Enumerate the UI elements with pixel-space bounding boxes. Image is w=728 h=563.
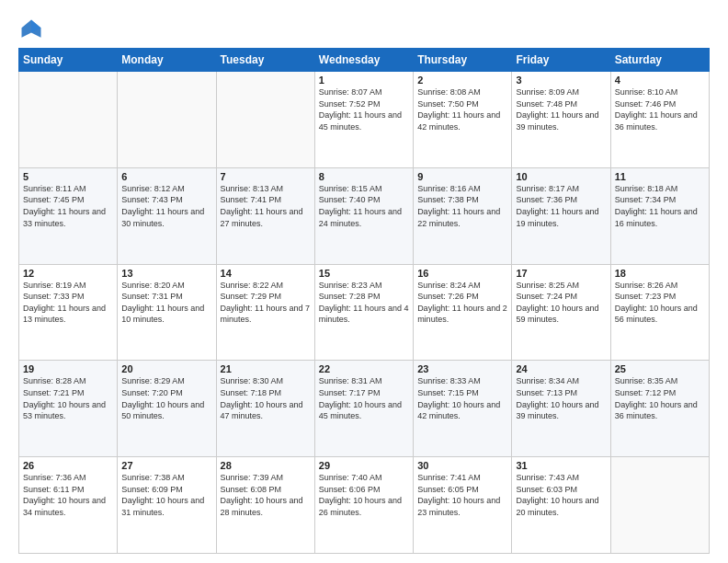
day-number: 14	[221, 268, 311, 279]
calendar-cell: 7Sunrise: 8:13 AMSunset: 7:41 PMDaylight…	[216, 167, 314, 264]
day-number: 23	[417, 363, 507, 374]
weekday-header-wednesday: Wednesday	[314, 49, 413, 72]
calendar-cell: 20Sunrise: 8:29 AMSunset: 7:20 PMDayligh…	[118, 361, 216, 457]
calendar-cell: 4Sunrise: 8:10 AMSunset: 7:46 PMDaylight…	[610, 72, 709, 168]
calendar-cell: 26Sunrise: 7:36 AMSunset: 6:11 PMDayligh…	[19, 457, 118, 554]
calendar-cell: 31Sunrise: 7:43 AMSunset: 6:03 PMDayligh…	[512, 457, 610, 554]
day-info: Sunrise: 7:40 AMSunset: 6:06 PMDaylight:…	[319, 472, 409, 518]
weekday-header-friday: Friday	[512, 49, 610, 72]
calendar-cell: 9Sunrise: 8:16 AMSunset: 7:38 PMDaylight…	[414, 167, 512, 264]
calendar-cell	[216, 72, 314, 168]
day-number: 25	[615, 363, 705, 374]
weekday-header-sunday: Sunday	[19, 49, 118, 72]
day-info: Sunrise: 8:12 AMSunset: 7:43 PMDaylight:…	[121, 183, 211, 229]
calendar-cell	[19, 72, 118, 168]
day-number: 6	[121, 171, 211, 182]
logo	[18, 17, 48, 42]
calendar-cell: 19Sunrise: 8:28 AMSunset: 7:21 PMDayligh…	[19, 361, 118, 457]
day-info: Sunrise: 7:36 AMSunset: 6:11 PMDaylight:…	[23, 472, 113, 518]
calendar-cell: 6Sunrise: 8:12 AMSunset: 7:43 PMDaylight…	[118, 167, 216, 264]
day-info: Sunrise: 8:09 AMSunset: 7:48 PMDaylight:…	[516, 86, 606, 132]
calendar-cell: 1Sunrise: 8:07 AMSunset: 7:52 PMDaylight…	[314, 72, 413, 168]
calendar-cell: 5Sunrise: 8:11 AMSunset: 7:45 PMDaylight…	[19, 167, 118, 264]
day-info: Sunrise: 7:43 AMSunset: 6:03 PMDaylight:…	[516, 472, 606, 518]
weekday-header-row: SundayMondayTuesdayWednesdayThursdayFrid…	[19, 49, 710, 72]
day-info: Sunrise: 8:07 AMSunset: 7:52 PMDaylight:…	[319, 86, 409, 132]
day-number: 28	[221, 460, 311, 471]
day-number: 29	[319, 460, 409, 471]
calendar-cell: 3Sunrise: 8:09 AMSunset: 7:48 PMDaylight…	[512, 72, 610, 168]
day-number: 1	[319, 75, 409, 86]
calendar-cell: 27Sunrise: 7:38 AMSunset: 6:09 PMDayligh…	[118, 457, 216, 554]
day-info: Sunrise: 7:39 AMSunset: 6:08 PMDaylight:…	[221, 472, 311, 518]
calendar-cell: 10Sunrise: 8:17 AMSunset: 7:36 PMDayligh…	[512, 167, 610, 264]
calendar-cell: 2Sunrise: 8:08 AMSunset: 7:50 PMDaylight…	[414, 72, 512, 168]
day-number: 5	[23, 171, 113, 182]
day-number: 11	[615, 171, 705, 182]
calendar-cell: 21Sunrise: 8:30 AMSunset: 7:18 PMDayligh…	[216, 361, 314, 457]
day-number: 31	[516, 460, 606, 471]
day-info: Sunrise: 8:34 AMSunset: 7:13 PMDaylight:…	[516, 375, 606, 421]
day-info: Sunrise: 8:35 AMSunset: 7:12 PMDaylight:…	[615, 375, 705, 421]
day-number: 15	[319, 268, 409, 279]
calendar-cell: 15Sunrise: 8:23 AMSunset: 7:28 PMDayligh…	[314, 264, 413, 361]
day-number: 13	[121, 268, 211, 279]
day-number: 3	[516, 75, 606, 86]
calendar-cell: 11Sunrise: 8:18 AMSunset: 7:34 PMDayligh…	[610, 167, 709, 264]
weekday-header-thursday: Thursday	[414, 49, 512, 72]
calendar-cell: 30Sunrise: 7:41 AMSunset: 6:05 PMDayligh…	[414, 457, 512, 554]
day-info: Sunrise: 7:38 AMSunset: 6:09 PMDaylight:…	[121, 472, 211, 518]
day-info: Sunrise: 8:16 AMSunset: 7:38 PMDaylight:…	[417, 183, 507, 229]
day-number: 8	[319, 171, 409, 182]
day-number: 30	[417, 460, 507, 471]
calendar-week-row: 12Sunrise: 8:19 AMSunset: 7:33 PMDayligh…	[19, 264, 710, 361]
day-info: Sunrise: 7:41 AMSunset: 6:05 PMDaylight:…	[417, 472, 507, 518]
day-info: Sunrise: 8:11 AMSunset: 7:45 PMDaylight:…	[23, 183, 113, 229]
calendar-cell	[610, 457, 709, 554]
day-info: Sunrise: 8:24 AMSunset: 7:26 PMDaylight:…	[417, 280, 507, 326]
calendar-table: SundayMondayTuesdayWednesdayThursdayFrid…	[18, 48, 710, 554]
day-info: Sunrise: 8:28 AMSunset: 7:21 PMDaylight:…	[23, 375, 113, 421]
calendar-cell: 24Sunrise: 8:34 AMSunset: 7:13 PMDayligh…	[512, 361, 610, 457]
day-info: Sunrise: 8:08 AMSunset: 7:50 PMDaylight:…	[417, 86, 507, 132]
calendar-week-row: 19Sunrise: 8:28 AMSunset: 7:21 PMDayligh…	[19, 361, 710, 457]
day-info: Sunrise: 8:19 AMSunset: 7:33 PMDaylight:…	[23, 280, 113, 326]
weekday-header-saturday: Saturday	[610, 49, 709, 72]
calendar-cell: 12Sunrise: 8:19 AMSunset: 7:33 PMDayligh…	[19, 264, 118, 361]
calendar-cell: 13Sunrise: 8:20 AMSunset: 7:31 PMDayligh…	[118, 264, 216, 361]
day-info: Sunrise: 8:22 AMSunset: 7:29 PMDaylight:…	[221, 280, 311, 326]
day-number: 27	[121, 460, 211, 471]
day-info: Sunrise: 8:15 AMSunset: 7:40 PMDaylight:…	[319, 183, 409, 229]
calendar-cell: 17Sunrise: 8:25 AMSunset: 7:24 PMDayligh…	[512, 264, 610, 361]
calendar-cell	[118, 72, 216, 168]
calendar-cell: 14Sunrise: 8:22 AMSunset: 7:29 PMDayligh…	[216, 264, 314, 361]
day-info: Sunrise: 8:31 AMSunset: 7:17 PMDaylight:…	[319, 375, 409, 421]
day-info: Sunrise: 8:18 AMSunset: 7:34 PMDaylight:…	[615, 183, 705, 229]
day-number: 9	[417, 171, 507, 182]
weekday-header-tuesday: Tuesday	[216, 49, 314, 72]
calendar-cell: 29Sunrise: 7:40 AMSunset: 6:06 PMDayligh…	[314, 457, 413, 554]
day-number: 17	[516, 268, 606, 279]
day-info: Sunrise: 8:25 AMSunset: 7:24 PMDaylight:…	[516, 280, 606, 326]
day-number: 20	[121, 363, 211, 374]
day-number: 10	[516, 171, 606, 182]
day-number: 18	[615, 268, 705, 279]
day-info: Sunrise: 8:13 AMSunset: 7:41 PMDaylight:…	[221, 183, 311, 229]
day-number: 7	[221, 171, 311, 182]
weekday-header-monday: Monday	[118, 49, 216, 72]
calendar-week-row: 1Sunrise: 8:07 AMSunset: 7:52 PMDaylight…	[19, 72, 710, 168]
day-number: 12	[23, 268, 113, 279]
calendar-cell: 25Sunrise: 8:35 AMSunset: 7:12 PMDayligh…	[610, 361, 709, 457]
day-info: Sunrise: 8:26 AMSunset: 7:23 PMDaylight:…	[615, 280, 705, 326]
day-info: Sunrise: 8:29 AMSunset: 7:20 PMDaylight:…	[121, 375, 211, 421]
day-info: Sunrise: 8:17 AMSunset: 7:36 PMDaylight:…	[516, 183, 606, 229]
day-number: 22	[319, 363, 409, 374]
header	[18, 17, 710, 42]
calendar-cell: 28Sunrise: 7:39 AMSunset: 6:08 PMDayligh…	[216, 457, 314, 554]
day-number: 24	[516, 363, 606, 374]
day-info: Sunrise: 8:10 AMSunset: 7:46 PMDaylight:…	[615, 86, 705, 132]
day-info: Sunrise: 8:23 AMSunset: 7:28 PMDaylight:…	[319, 280, 409, 326]
logo-icon	[18, 17, 44, 42]
calendar-cell: 8Sunrise: 8:15 AMSunset: 7:40 PMDaylight…	[314, 167, 413, 264]
calendar-cell: 16Sunrise: 8:24 AMSunset: 7:26 PMDayligh…	[414, 264, 512, 361]
